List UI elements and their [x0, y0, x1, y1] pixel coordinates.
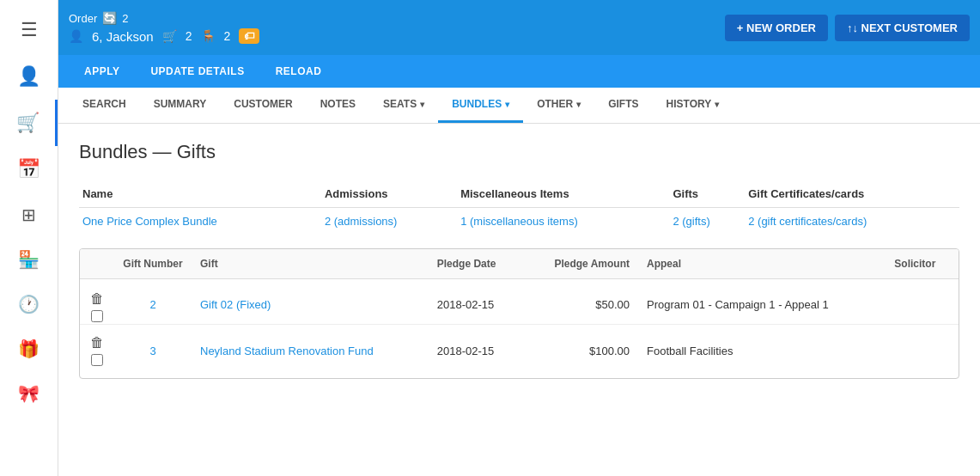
- tabbar: SEARCH SUMMARY CUSTOMER NOTES SEATS ▾ BU…: [58, 88, 980, 124]
- gift-certs-cell: 2 (gift certificates/cards): [745, 208, 959, 235]
- history-chevron: ▾: [715, 100, 719, 109]
- col-gift-certs: Gift Certificates/cards: [745, 180, 959, 208]
- col-pledge-date: Pledge Date: [429, 249, 523, 279]
- sidebar-item-history[interactable]: 🕐: [0, 282, 58, 326]
- sidebar-item-menu[interactable]: ☰: [0, 7, 58, 53]
- sidebar-item-cart[interactable]: 🛒: [0, 100, 58, 146]
- next-customer-button[interactable]: ↑↓ NEXT CUSTOMER: [835, 15, 970, 41]
- bundle-name: One Price Complex Bundle: [79, 208, 321, 235]
- gift-row-2-actions: 🗑 3 Neyland Stadium Renovation Fund 2018…: [80, 325, 959, 379]
- orange-badge: 🏷: [239, 28, 259, 44]
- gift-1-pledge-date: 2018-02-15: [429, 279, 523, 325]
- gift-1-delete-icon[interactable]: 🗑: [90, 291, 104, 307]
- detail-table: Gift Number Gift Pledge Date Pledge Amou…: [80, 249, 959, 378]
- tab-bundles[interactable]: BUNDLES ▾: [438, 88, 523, 123]
- col-gift: Gift: [192, 249, 429, 279]
- tab-other[interactable]: OTHER ▾: [523, 88, 594, 123]
- order-count: 2: [122, 12, 128, 25]
- page-title: Bundles — Gifts: [79, 141, 959, 163]
- gifts-cell: 2 (gifts): [669, 208, 745, 235]
- new-order-button[interactable]: + NEW ORDER: [725, 15, 828, 41]
- topbar-left: Order 🔄 2 👤 6, Jackson 🛒 2 🪑 2 🏷: [69, 11, 259, 44]
- gift-1-appeal: Program 01 - Campaign 1 - Appeal 1: [638, 279, 886, 325]
- bundles-chevron: ▾: [505, 100, 509, 109]
- reload-button[interactable]: RELOAD: [260, 55, 338, 88]
- gift-1-number: 2: [114, 279, 192, 325]
- sidebar-item-widgets[interactable]: ⊞: [0, 192, 58, 237]
- admissions-cell: 2 (admissions): [321, 208, 457, 235]
- sidebar-item-store[interactable]: 🏪: [0, 237, 58, 282]
- customer-name: 6, Jackson: [92, 29, 154, 44]
- sidebar: ☰ 👤 🛒 📅 ⊞ 🏪 🕐 🎁 🎀: [0, 0, 58, 476]
- tab-summary[interactable]: SUMMARY: [140, 88, 221, 123]
- tab-notes[interactable]: NOTES: [307, 88, 369, 123]
- gift-2-delete-icon[interactable]: 🗑: [90, 335, 104, 351]
- tab-customer[interactable]: CUSTOMER: [220, 88, 306, 123]
- actionbar: APPLY UPDATE DETAILS RELOAD: [58, 55, 980, 88]
- gift-1-checkbox[interactable]: [91, 310, 103, 322]
- gift-1-pledge-amount: $50.00: [523, 279, 638, 325]
- refresh-icon: 🔄: [102, 11, 117, 25]
- tab-seats[interactable]: SEATS ▾: [369, 88, 438, 123]
- cart-small-count: 2: [186, 29, 192, 43]
- col-misc: Miscellaneous Items: [457, 180, 669, 208]
- col-gift-number: Gift Number: [114, 249, 192, 279]
- gift-2-solicitor: [886, 325, 959, 379]
- gift-2-name: Neyland Stadium Renovation Fund: [192, 325, 429, 379]
- cart-small-icon: 🛒: [162, 29, 177, 43]
- col-gifts: Gifts: [669, 180, 745, 208]
- sidebar-item-calendar[interactable]: 📅: [0, 146, 58, 192]
- summary-row: One Price Complex Bundle 2 (admissions) …: [79, 208, 959, 235]
- misc-items-cell: 1 (miscellaneous items): [457, 208, 669, 235]
- customer-person-icon: 👤: [69, 29, 83, 43]
- gift-2-appeal: Football Facilities: [638, 325, 886, 379]
- gift-1-name: Gift 02 (Fixed): [192, 279, 429, 325]
- gift-2-actions: 🗑: [88, 335, 106, 366]
- col-appeal: Appeal: [638, 249, 886, 279]
- tab-history[interactable]: HISTORY ▾: [653, 88, 733, 123]
- col-solicitor: Solicitor: [886, 249, 959, 279]
- gift-2-pledge-amount: $100.00: [523, 325, 638, 379]
- gift-row-1-actions: 🗑 2 Gift 02 (Fixed) 2018-02-15 $50.00 Pr…: [80, 279, 959, 325]
- sidebar-item-gift[interactable]: 🎁: [0, 326, 58, 371]
- order-info: Order 🔄 2: [69, 11, 259, 25]
- gift-2-checkbox[interactable]: [91, 354, 103, 366]
- seat-icon: 🪑: [201, 29, 216, 43]
- gift-1-solicitor: [886, 279, 959, 325]
- col-admissions: Admissions: [321, 180, 457, 208]
- apply-button[interactable]: APPLY: [69, 55, 135, 88]
- sidebar-item-present[interactable]: 🎀: [0, 371, 58, 416]
- detail-panel: Gift Number Gift Pledge Date Pledge Amou…: [79, 248, 959, 379]
- col-actions: [80, 249, 114, 279]
- seats-chevron: ▾: [420, 100, 424, 109]
- topbar: Order 🔄 2 👤 6, Jackson 🛒 2 🪑 2 🏷 + NEW O…: [58, 0, 980, 55]
- main-panel: Order 🔄 2 👤 6, Jackson 🛒 2 🪑 2 🏷 + NEW O…: [58, 0, 980, 476]
- order-label: Order: [69, 12, 97, 25]
- other-chevron: ▾: [576, 100, 581, 109]
- update-details-button[interactable]: UPDATE DETAILS: [135, 55, 259, 88]
- tab-search[interactable]: SEARCH: [69, 88, 140, 123]
- content-area: Bundles — Gifts Name Admissions Miscella…: [58, 124, 980, 476]
- col-name: Name: [79, 180, 321, 208]
- seat-count: 2: [224, 29, 231, 43]
- gift-2-number: 3: [114, 325, 192, 379]
- topbar-right: + NEW ORDER ↑↓ NEXT CUSTOMER: [725, 15, 970, 41]
- gift-1-actions: 🗑: [88, 291, 106, 322]
- tab-gifts[interactable]: GIFTS: [594, 88, 652, 123]
- customer-info: 👤 6, Jackson 🛒 2 🪑 2 🏷: [69, 28, 259, 44]
- col-pledge-amount: Pledge Amount: [523, 249, 638, 279]
- summary-table: Name Admissions Miscellaneous Items Gift…: [79, 180, 959, 235]
- gift-2-pledge-date: 2018-02-15: [429, 325, 523, 379]
- sidebar-item-user[interactable]: 👤: [0, 53, 58, 100]
